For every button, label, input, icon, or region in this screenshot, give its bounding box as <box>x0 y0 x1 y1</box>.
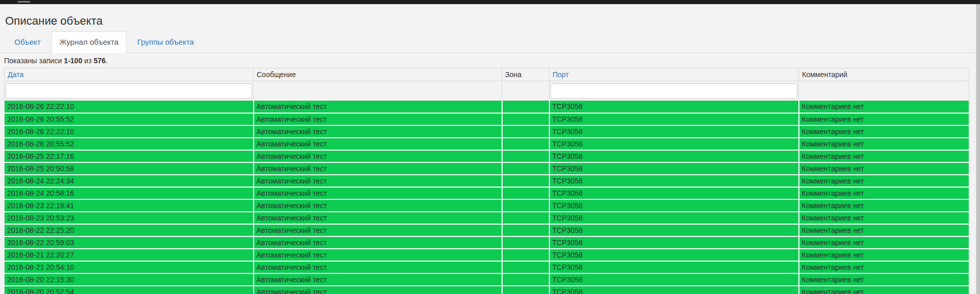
cell-zone <box>502 224 549 236</box>
date-filter-input[interactable] <box>6 83 252 99</box>
filter-cell-date <box>5 81 254 101</box>
cell-zone <box>502 261 549 273</box>
vertical-scrollbar[interactable] <box>976 4 980 294</box>
cell-date: 2016-08-26 20:55:52 <box>5 113 254 125</box>
cell-message: Автоматический тест <box>254 212 502 224</box>
cell-port: TCP3058 <box>549 138 799 150</box>
table-row: 2016-08-20 20:52:54Автоматический тестTC… <box>5 286 969 294</box>
cell-message: Автоматический тест <box>254 113 502 125</box>
tab-object-groups[interactable]: Группы объекта <box>129 31 202 53</box>
table-row: 2016-08-26 22:22:10Автоматический тестTC… <box>5 101 969 113</box>
cell-zone <box>502 286 549 294</box>
port-filter-input[interactable] <box>550 83 797 99</box>
column-header-zone: Зона <box>502 68 549 81</box>
table-row: 2016-08-24 22:24:34Автоматический тестTC… <box>5 175 969 187</box>
cell-zone <box>502 236 549 249</box>
table-row: 2016-08-22 20:59:03Автоматический тестTC… <box>5 236 969 249</box>
cell-port: TCP3058 <box>549 286 799 294</box>
cell-message: Автоматический тест <box>254 125 502 138</box>
cell-comment: Комментариев нет <box>799 199 969 212</box>
cell-comment: Комментариев нет <box>799 187 969 199</box>
cell-port: TCP3058 <box>549 113 799 125</box>
cell-comment: Комментариев нет <box>799 138 969 150</box>
cell-comment: Комментариев нет <box>799 249 969 261</box>
tab-object[interactable]: Объект <box>6 31 49 53</box>
cell-date: 2016-08-23 20:53:23 <box>5 212 254 224</box>
cell-date: 2016-08-20 20:52:54 <box>5 286 254 294</box>
cell-zone <box>502 212 549 224</box>
table-row: 2016-08-23 22:19:41Автоматический тестTC… <box>5 199 969 212</box>
column-header-date[interactable]: Дата <box>5 68 254 81</box>
cell-zone <box>502 249 549 261</box>
cell-message: Автоматический тест <box>254 236 502 249</box>
grid-body: 2016-08-26 22:22:10Автоматический тестTC… <box>5 101 969 294</box>
cell-zone <box>502 273 549 286</box>
cell-comment: Комментариев нет <box>799 212 969 224</box>
cell-port: TCP3058 <box>549 224 799 236</box>
column-header-port[interactable]: Порт <box>549 68 799 81</box>
cell-port: TCP3058 <box>549 199 799 212</box>
header-row: ДатаСообщениеЗонаПортКомментарий <box>5 68 969 81</box>
cell-message: Автоматический тест <box>254 187 502 199</box>
cell-port: TCP3058 <box>549 125 799 138</box>
tab-object-journal[interactable]: Журнал объекта <box>51 31 127 53</box>
table-row: 2016-08-20 22:15:30Автоматический тестTC… <box>5 273 969 286</box>
cell-port: TCP3058 <box>549 162 799 175</box>
cell-comment: Комментариев нет <box>799 273 969 286</box>
cell-zone <box>502 162 549 175</box>
column-header-comment: Комментарий <box>799 68 969 81</box>
cell-comment: Комментариев нет <box>799 113 969 125</box>
cell-zone <box>502 175 549 187</box>
cell-comment: Комментариев нет <box>799 101 969 113</box>
cell-message: Автоматический тест <box>254 261 502 273</box>
object-tabs: Объект Журнал объекта Группы объекта <box>0 31 980 53</box>
table-row: 2016-08-26 20:55:52Автоматический тестTC… <box>5 113 969 125</box>
table-row: 2016-08-25 20:50:58Автоматический тестTC… <box>5 162 969 175</box>
top-navbar <box>0 0 980 4</box>
cell-date: 2016-08-21 22:20:27 <box>5 249 254 261</box>
cell-message: Автоматический тест <box>254 224 502 236</box>
table-row: 2016-08-24 20:58:16Автоматический тестTC… <box>5 187 969 199</box>
cell-port: TCP3058 <box>549 212 799 224</box>
cell-zone <box>502 199 549 212</box>
cell-port: TCP3058 <box>549 101 799 113</box>
cell-comment: Комментариев нет <box>799 162 969 175</box>
table-row: 2016-08-25 22:17:16Автоматический тестTC… <box>5 150 969 162</box>
cell-comment: Комментариев нет <box>799 286 969 294</box>
cell-date: 2016-08-23 22:19:41 <box>5 199 254 212</box>
cell-message: Автоматический тест <box>254 199 502 212</box>
cell-message: Автоматический тест <box>254 101 502 113</box>
cell-comment: Комментариев нет <box>799 224 969 236</box>
table-row: 2016-08-26 20:55:52Автоматический тестTC… <box>5 138 969 150</box>
filter-row <box>5 81 969 101</box>
cell-message: Автоматический тест <box>254 249 502 261</box>
cell-date: 2016-08-25 20:50:58 <box>5 162 254 175</box>
cell-comment: Комментариев нет <box>799 261 969 273</box>
cell-comment: Комментариев нет <box>799 236 969 249</box>
cell-date: 2016-08-26 20:55:52 <box>5 138 254 150</box>
cell-message: Автоматический тест <box>254 286 502 294</box>
cell-port: TCP3058 <box>549 187 799 199</box>
page-title: Описание объекта <box>5 14 980 27</box>
table-row: 2016-08-26 22:22:10Автоматический тестTC… <box>5 125 969 138</box>
cell-port: TCP3058 <box>549 273 799 286</box>
filter-cell-port <box>549 81 799 101</box>
cell-date: 2016-08-26 22:22:10 <box>5 125 254 138</box>
table-row: 2016-08-23 20:53:23Автоматический тестTC… <box>5 212 969 224</box>
cell-zone <box>502 113 549 125</box>
column-header-message: Сообщение <box>254 68 502 81</box>
table-row: 2016-08-21 22:20:27Автоматический тестTC… <box>5 249 969 261</box>
navbar-logo[interactable] <box>17 1 30 3</box>
cell-date: 2016-08-24 20:58:16 <box>5 187 254 199</box>
cell-zone <box>502 101 549 113</box>
cell-message: Автоматический тест <box>254 150 502 162</box>
cell-comment: Комментариев нет <box>799 175 969 187</box>
cell-comment: Комментариев нет <box>799 125 969 138</box>
table-row: 2016-08-21 20:54:10Автоматический тестTC… <box>5 261 969 273</box>
filter-cell-message <box>254 81 502 101</box>
cell-message: Автоматический тест <box>254 138 502 150</box>
cell-comment: Комментариев нет <box>799 150 969 162</box>
cell-zone <box>502 150 549 162</box>
cell-date: 2016-08-20 22:15:30 <box>5 273 254 286</box>
cell-date: 2016-08-26 22:22:10 <box>5 101 254 113</box>
